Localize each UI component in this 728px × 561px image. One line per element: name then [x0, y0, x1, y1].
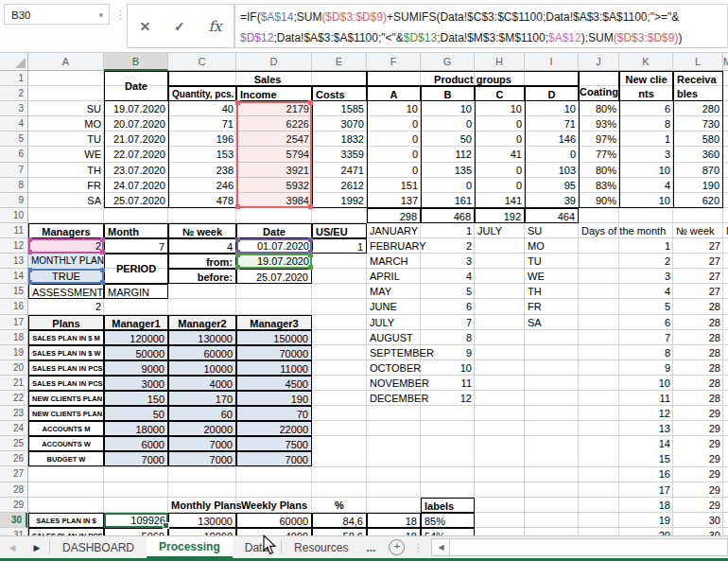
- cell-B5[interactable]: 21.07.2020: [104, 131, 168, 147]
- cell-B21[interactable]: 3000: [104, 376, 168, 391]
- cell-I12[interactable]: MO: [525, 238, 579, 254]
- cell-E3[interactable]: 1585: [312, 101, 367, 116]
- row-header-3[interactable]: 3: [0, 101, 27, 116]
- cell-D24[interactable]: 22000: [236, 421, 312, 436]
- row-header-14[interactable]: 14: [0, 269, 27, 284]
- row-header-4[interactable]: 4: [0, 116, 27, 131]
- cell-L28[interactable]: 29: [673, 482, 723, 498]
- cell-I15[interactable]: TH: [525, 284, 579, 299]
- cell-B17[interactable]: Manager1: [104, 315, 168, 330]
- column-header-C[interactable]: C: [168, 53, 236, 71]
- cell-C29[interactable]: Monthly Plans: [168, 498, 236, 513]
- cell-I9[interactable]: 39: [525, 193, 579, 208]
- cell-F1[interactable]: Product groups: [367, 71, 579, 86]
- cell-B22[interactable]: 150: [104, 391, 168, 406]
- cell-B19[interactable]: 50000: [104, 345, 168, 360]
- cell-K26[interactable]: 15: [619, 451, 673, 466]
- cell-E9[interactable]: 1992: [312, 193, 367, 208]
- tabbar-splitter-icon[interactable]: ⋮: [405, 536, 431, 558]
- cell-G18[interactable]: 8: [421, 330, 475, 345]
- cell-D11[interactable]: Date: [236, 223, 312, 238]
- row-header-26[interactable]: 26: [0, 451, 27, 466]
- cell-L12[interactable]: 27: [673, 238, 723, 254]
- cell-D21[interactable]: 4500: [236, 376, 312, 391]
- cell-I8[interactable]: 95: [525, 178, 579, 193]
- cell-F19[interactable]: SEPTEMBER: [367, 345, 421, 360]
- cell-A7[interactable]: TH: [28, 163, 104, 178]
- cell-F30[interactable]: 18: [367, 513, 421, 528]
- cell-F14[interactable]: APRIL: [367, 269, 421, 284]
- cell-C9[interactable]: 478: [168, 193, 236, 208]
- cell-G5[interactable]: 50: [421, 131, 475, 147]
- cell-A15[interactable]: ASSESSMENT: [28, 284, 104, 299]
- cell-K3[interactable]: 6: [619, 101, 673, 116]
- cell-B31[interactable]: 5060: [104, 528, 168, 535]
- cell-I13[interactable]: TU: [525, 254, 579, 269]
- row-header-24[interactable]: 24: [0, 421, 27, 436]
- cell-J4[interactable]: 93%: [579, 116, 619, 131]
- row-header-17[interactable]: 17: [0, 315, 27, 330]
- cell-L29[interactable]: 29: [673, 498, 723, 513]
- cell-C19[interactable]: 60000: [168, 345, 236, 360]
- row-header-5[interactable]: 5: [0, 131, 27, 147]
- cell-K19[interactable]: 8: [619, 345, 673, 360]
- select-all-button[interactable]: [0, 52, 28, 71]
- cell-A26[interactable]: BUDGET W: [28, 451, 104, 466]
- cell-D30[interactable]: 60000: [236, 513, 312, 528]
- column-header-A[interactable]: A: [28, 53, 104, 71]
- cell-J6[interactable]: 77%: [579, 147, 619, 162]
- row-header-7[interactable]: 7: [0, 163, 27, 178]
- cell-F21[interactable]: NOVEMBER: [367, 376, 421, 391]
- cell-C14[interactable]: before:: [168, 269, 236, 284]
- cell-D14[interactable]: 25.07.2020: [236, 269, 312, 284]
- cell-B6[interactable]: 22.07.2020: [104, 147, 168, 162]
- cell-K9[interactable]: 10: [619, 193, 673, 208]
- cell-A25[interactable]: ACCOUNTS W: [28, 436, 104, 451]
- cell-K16[interactable]: 5: [619, 299, 673, 314]
- cell-C3[interactable]: 40: [168, 101, 236, 116]
- cell-H3[interactable]: 10: [475, 101, 525, 116]
- cell-F13[interactable]: MARCH: [367, 254, 421, 269]
- cell-D17[interactable]: Manager3: [236, 315, 312, 330]
- cell-G4[interactable]: 0: [421, 116, 475, 131]
- column-header-D[interactable]: D: [236, 53, 312, 71]
- row-header-11[interactable]: 11: [0, 223, 27, 238]
- cell-K15[interactable]: 4: [619, 284, 673, 299]
- cell-A21[interactable]: SALES PLAN IN PCS W: [28, 376, 104, 391]
- cancel-icon[interactable]: ✕: [139, 19, 150, 34]
- scroll-left-icon[interactable]: ◀: [431, 538, 450, 556]
- row-header-23[interactable]: 23: [0, 406, 27, 421]
- cell-C4[interactable]: 71: [168, 116, 236, 131]
- cell-G9[interactable]: 161: [421, 193, 475, 208]
- cell-C26[interactable]: 7000: [168, 451, 236, 466]
- cell-C2[interactable]: Quantity, pcs.: [168, 86, 236, 101]
- row-header-6[interactable]: 6: [0, 147, 27, 162]
- cell-I16[interactable]: FR: [525, 299, 579, 314]
- cell-L20[interactable]: 28: [673, 360, 723, 376]
- cell-A22[interactable]: NEW CLIENTS PLAN M: [28, 391, 104, 406]
- cell-L26[interactable]: 29: [673, 451, 723, 466]
- cell-I11[interactable]: SU: [525, 223, 579, 238]
- formula-input[interactable]: =IF($A$14;SUM($D$3:$D$9)+SUMIFS(Data!$C$…: [234, 4, 728, 48]
- cell-A31[interactable]: SALES PLAN IN PCS: [28, 528, 104, 535]
- cell-B7[interactable]: 23.07.2020: [104, 163, 168, 178]
- cell-L19[interactable]: 28: [673, 345, 723, 360]
- cell-K30[interactable]: 19: [619, 513, 673, 528]
- cell-J9[interactable]: 90%: [579, 193, 619, 208]
- cell-E31[interactable]: 58,6: [312, 528, 367, 535]
- cell-L13[interactable]: 27: [673, 254, 723, 269]
- cell-C6[interactable]: 153: [168, 147, 236, 162]
- row-header-16[interactable]: 16: [0, 299, 27, 314]
- cell-D7[interactable]: 3921: [236, 163, 312, 178]
- cell-G14[interactable]: 4: [421, 269, 475, 284]
- cell-A16[interactable]: 2: [28, 299, 168, 314]
- cell-B8[interactable]: 24.07.2020: [104, 178, 168, 193]
- cell-A13[interactable]: MONTHLY PLAN: [28, 254, 104, 269]
- cell-C1[interactable]: Sales: [168, 71, 367, 86]
- row-header-10[interactable]: 10: [0, 208, 27, 223]
- enter-icon[interactable]: ✓: [174, 19, 185, 34]
- cell-J3[interactable]: 80%: [579, 101, 619, 116]
- cell-D5[interactable]: 2547: [236, 131, 312, 147]
- cell-L7[interactable]: 870: [673, 163, 723, 178]
- cell-J1[interactable]: Coating: [579, 71, 619, 101]
